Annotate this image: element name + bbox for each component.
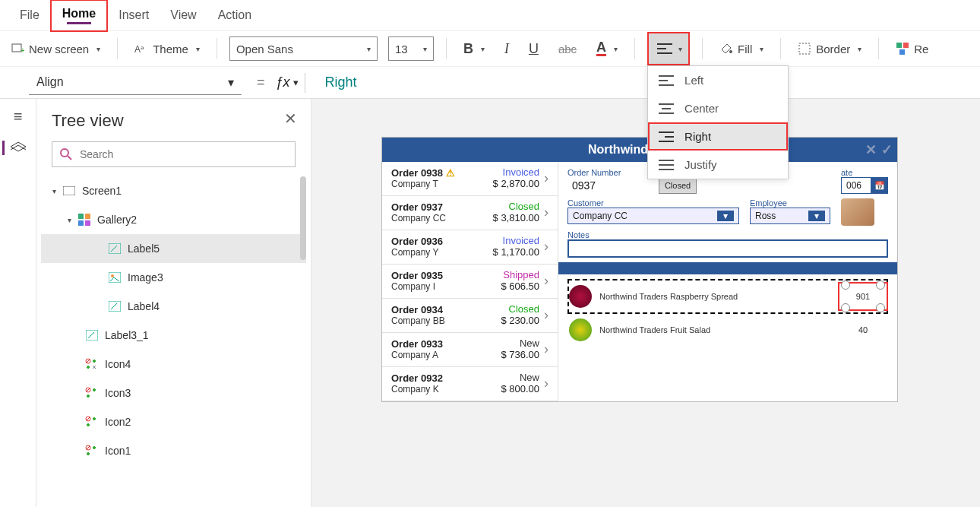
tree-view-panel: Tree view ✕ ▾Screen1 ▾Gallery2 Label5 Im… xyxy=(36,99,311,507)
date-picker-icon[interactable]: 📅 xyxy=(871,177,888,194)
product-thumb xyxy=(569,318,592,341)
tree-scrollbar[interactable] xyxy=(300,176,306,260)
close-tree-button[interactable]: ✕ xyxy=(284,109,297,128)
ribbon: + New screen▾ Aᵃ Theme▾ Open Sans▾ 13▾ B… xyxy=(0,30,980,67)
align-justify-label: Justify xyxy=(684,158,717,171)
menu-action[interactable]: Action xyxy=(207,2,262,28)
menu-home[interactable]: Home xyxy=(50,0,108,32)
italic-icon: I xyxy=(504,41,509,57)
header-check-icon[interactable]: ✓ xyxy=(881,141,893,158)
fill-button[interactable]: Fill▾ xyxy=(715,39,768,59)
order-row[interactable]: Order 0934Company BB Closed$ 230.00 › xyxy=(382,299,558,333)
tree-node-label4[interactable]: Label4 xyxy=(41,292,306,321)
theme-label: Theme xyxy=(153,43,188,55)
label-icon xyxy=(108,299,122,313)
order-row[interactable]: Order 0935Company I Shipped$ 606.50 › xyxy=(382,265,558,299)
menu-insert[interactable]: Insert xyxy=(108,2,160,28)
svg-rect-25 xyxy=(63,186,75,195)
menu-file[interactable]: File xyxy=(9,2,50,28)
tree-label: Icon3 xyxy=(105,387,131,399)
svg-rect-22 xyxy=(899,49,905,55)
order-row[interactable]: Order 0932Company K New$ 800.00 › xyxy=(382,367,558,401)
new-screen-button[interactable]: + New screen▾ xyxy=(6,39,105,59)
align-left-option[interactable]: Left xyxy=(648,66,788,94)
align-center-option[interactable]: Center xyxy=(648,94,788,122)
label-notes: Notes xyxy=(567,230,888,239)
tree-node-gallery2[interactable]: ▾Gallery2 xyxy=(41,205,306,234)
line-item[interactable]: Northwind Traders Fruit Salad 40 xyxy=(567,314,888,346)
underline-button[interactable]: U xyxy=(524,38,543,60)
tree-node-screen1[interactable]: ▾Screen1 xyxy=(41,176,306,205)
order-row[interactable]: Order 0938 ⚠Company T Invoiced$ 2,870.00… xyxy=(382,162,558,196)
order-row[interactable]: Order 0936Company Y Invoiced$ 1,170.00 › xyxy=(382,230,558,265)
svg-point-18 xyxy=(729,50,732,53)
theme-button[interactable]: Aᵃ Theme▾ xyxy=(130,39,204,59)
svg-rect-30 xyxy=(109,243,121,254)
value-date[interactable]: 006 xyxy=(841,177,871,194)
customer-select[interactable]: Company CC▾ xyxy=(567,208,739,224)
product-name: Northwind Traders Raspberry Spread xyxy=(599,292,832,301)
tree-search-input[interactable] xyxy=(78,147,287,161)
tree-node-icon2[interactable]: Icon2 xyxy=(41,407,306,436)
employee-select[interactable]: Ross▾ xyxy=(750,208,830,224)
svg-line-24 xyxy=(68,156,71,160)
icon-group-icon xyxy=(85,357,99,371)
tree-node-image3[interactable]: Image3 xyxy=(41,263,306,292)
tree-node-icon1[interactable]: Icon1 xyxy=(41,436,306,465)
quantity-label-selected[interactable]: 901 xyxy=(839,284,887,309)
align-justify-option[interactable]: Justify xyxy=(648,151,788,179)
align-right-option[interactable]: Right xyxy=(648,122,788,151)
tree-view-title: Tree view xyxy=(52,111,296,131)
svg-text:Aᵃ: Aᵃ xyxy=(134,44,144,55)
border-button[interactable]: Border▾ xyxy=(793,39,866,59)
formula-value[interactable]: Right xyxy=(311,74,357,90)
font-color-button[interactable]: A▾ xyxy=(592,39,622,59)
line-item[interactable]: Northwind Traders Raspberry Spread 901 xyxy=(567,279,888,314)
italic-button[interactable]: I xyxy=(500,38,514,60)
text-align-button-wrap: ▾ Left Center Right Justify xyxy=(647,32,690,65)
svg-point-32 xyxy=(111,274,114,277)
label-icon xyxy=(85,328,99,342)
bold-button[interactable]: B▾ xyxy=(459,38,489,60)
property-select[interactable]: Align▾ xyxy=(29,71,242,95)
app-header: Northwind Orders ✕ ✓ xyxy=(382,138,897,162)
font-size-select[interactable]: 13▾ xyxy=(388,36,434,61)
border-icon xyxy=(798,42,811,55)
icon-group-icon xyxy=(85,444,99,458)
formula-bar: Align▾ = ƒx▾ Right xyxy=(0,67,980,99)
label-icon xyxy=(108,242,122,255)
reorder-button[interactable]: Re xyxy=(891,39,933,59)
svg-rect-20 xyxy=(896,43,902,48)
menu-view[interactable]: View xyxy=(160,2,207,28)
svg-rect-21 xyxy=(903,43,909,48)
order-row[interactable]: Order 0933Company A New$ 736.00 › xyxy=(382,333,558,367)
search-icon xyxy=(60,148,72,160)
tree-node-icon3[interactable]: Icon3 xyxy=(41,379,306,407)
text-align-button[interactable]: ▾ xyxy=(647,32,690,65)
quantity-value: 901 xyxy=(856,292,870,301)
label-order-number: Order Number xyxy=(567,168,648,177)
strike-icon: abc xyxy=(558,43,577,55)
svg-line-38 xyxy=(87,388,90,391)
tree-search[interactable] xyxy=(52,141,296,167)
font-family-select[interactable]: Open Sans▾ xyxy=(229,36,378,61)
fx-chevron[interactable]: ▾ xyxy=(293,77,299,88)
tree-view-rail-icon[interactable] xyxy=(2,141,26,155)
tree-label: Gallery2 xyxy=(97,214,137,226)
fx-label: ƒx xyxy=(273,74,293,90)
tree-node-icon4[interactable]: Icon4 xyxy=(41,350,306,379)
equals-sign: = xyxy=(249,74,273,90)
app-preview: Northwind Orders ✕ ✓ Order 0938 ⚠Company… xyxy=(381,137,898,402)
notes-input[interactable] xyxy=(567,239,888,258)
strike-button[interactable]: abc xyxy=(554,40,581,59)
align-right-icon xyxy=(659,131,674,143)
new-screen-label: New screen xyxy=(29,43,89,55)
order-row[interactable]: Order 0937Company CC Closed$ 3,810.00 › xyxy=(382,196,558,230)
tree-node-label5[interactable]: Label5 xyxy=(41,234,306,263)
hamburger-icon[interactable]: ≡ xyxy=(14,108,23,125)
header-close-icon[interactable]: ✕ xyxy=(865,141,877,158)
tree-node-label3-1[interactable]: Label3_1 xyxy=(41,321,306,350)
gallery-icon xyxy=(77,213,91,227)
align-center-label: Center xyxy=(684,102,719,115)
chevron-right-icon: › xyxy=(544,341,548,357)
